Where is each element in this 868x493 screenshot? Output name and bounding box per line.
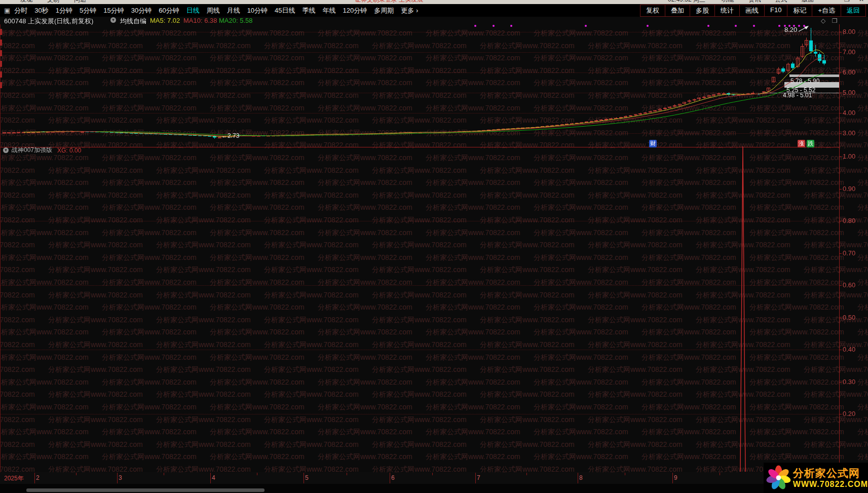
toolbar-button-统计[interactable]: 统计 (714, 5, 740, 17)
month-tick (210, 473, 211, 483)
toolbar-button-叠加[interactable]: 叠加 (665, 5, 690, 17)
mid-month-tick (164, 473, 164, 475)
period-tabs: 分时30秒1分钟5分钟15分钟30分钟60分钟日线周线月线10分钟45日线季线年… (14, 6, 425, 15)
ma-value-label: MA20: 5.58 (219, 17, 253, 24)
sub-indicator-name[interactable]: 战神007加强版 (12, 146, 52, 155)
period-tab-更多 ›[interactable]: 更多 › (401, 6, 418, 15)
kline-chart-canvas[interactable] (0, 0, 868, 493)
menubar-item[interactable]: ✕ (859, 0, 864, 4)
mid-month-tick (76, 473, 77, 475)
time-axis-month: 2 (36, 474, 40, 481)
period-tab-30分钟[interactable]: 30分钟 (131, 6, 152, 15)
menubar-item[interactable]: 交易 (47, 0, 59, 4)
taskbar-handle[interactable] (26, 488, 265, 492)
right-toolbar: 复权叠加多股统计画线F10标记+自选返回 (640, 5, 866, 17)
period-tab-1分钟[interactable]: 1分钟 (56, 6, 72, 15)
period-tab-月线[interactable]: 月线 (227, 6, 240, 15)
ma-value-label: MA10: 6.38 (183, 17, 217, 24)
toolbar-button-复权[interactable]: 复权 (640, 5, 665, 17)
price-axis-label: 8.00 (843, 28, 855, 35)
annotation-gap-range: 5.78 - 5.90 (790, 78, 819, 85)
month-tick (34, 473, 35, 483)
price-axis-label: 5.00 (843, 89, 855, 96)
signal-dot (647, 25, 649, 27)
period-tab-年线[interactable]: 年线 (323, 6, 336, 15)
left-edge-mark (0, 29, 2, 35)
menubar-item[interactable]: 证券交易未登录 上实发展 (355, 0, 423, 4)
signal-dot (798, 25, 800, 27)
period-tab-60分钟[interactable]: 60分钟 (159, 6, 179, 15)
panel-layout-icon[interactable]: ▣ (4, 7, 10, 14)
diamond-icon[interactable]: ◇ (821, 17, 825, 24)
sub-axis-label: 1.00 (843, 153, 855, 160)
menubar-item[interactable]: 发现 (20, 0, 32, 4)
time-axis-month: 3 (119, 474, 122, 481)
period-tab-30秒[interactable]: 30秒 (34, 6, 48, 15)
mid-month-tick (720, 473, 720, 475)
time-axis-year: 2025年 (4, 474, 24, 483)
sub-axis-label: 0.30 (843, 378, 855, 386)
mid-month-tick (526, 473, 527, 475)
period-tab-周线[interactable]: 周线 (207, 6, 220, 15)
price-tick (839, 133, 842, 134)
menubar-item[interactable]: 资讯 (748, 0, 761, 4)
period-tab-5分钟[interactable]: 5分钟 (80, 6, 96, 15)
signal-dot (778, 25, 780, 27)
period-tab-季线[interactable]: 季线 (303, 6, 316, 15)
period-tab-日线[interactable]: 日线 (186, 6, 200, 15)
price-tick (839, 93, 842, 93)
price-tick (839, 32, 842, 32)
toolbar-button-画线[interactable]: 画线 (739, 5, 765, 17)
window-menubar-items: 发现交易问达证券交易未登录 上实发展02:49:52 周三功能资讯公式版面❐✕ (0, 0, 868, 4)
signal-dot (493, 25, 495, 27)
menubar-item[interactable]: ❐ (844, 0, 850, 4)
stock-header-row: 600748 上实发展(日线,前复权) ▾ 均线自编 MA5: 7.02MA10… (0, 17, 868, 24)
window-menubar: 发现交易问达证券交易未登录 上实发展02:49:52 周三功能资讯公式版面❐✕ (0, 0, 868, 4)
month-tick (672, 473, 673, 483)
toolbar-button-+自选[interactable]: +自选 (812, 5, 841, 17)
mid-month-tick (432, 473, 433, 475)
menubar-item[interactable]: 02:49:52 周三 (668, 0, 705, 4)
period-tab-分时[interactable]: 分时 (14, 6, 27, 15)
menubar-item[interactable]: 问达 (74, 0, 86, 4)
price-tick (839, 113, 842, 113)
sub-axis-label: 0.50 (843, 314, 855, 321)
ma-value-label: MA5: 7.02 (150, 17, 180, 24)
sub-indicator-selector-icon[interactable]: ▾ (3, 147, 9, 153)
menubar-item[interactable]: 公式 (775, 0, 787, 4)
time-axis[interactable]: 2025年23456789 (0, 472, 868, 484)
annotation-low-price: ←2.73 (221, 132, 239, 139)
indicator-selector-icon[interactable]: ▾ (110, 17, 116, 23)
period-tab-120分钟[interactable]: 120分钟 (343, 6, 367, 15)
sub-axis-label: 0.20 (843, 410, 855, 418)
left-edge-mark (0, 82, 2, 88)
badge-财[interactable]: 财 (649, 140, 657, 147)
badge-涨[interactable]: 涨 (798, 140, 805, 147)
badge-跌[interactable]: 跌 (807, 140, 814, 147)
sub-tick (839, 414, 842, 414)
ma-indicator-name[interactable]: 均线自编 (120, 17, 146, 26)
sub-tick (839, 189, 842, 189)
menubar-item[interactable]: 版面 (802, 0, 814, 4)
period-tab-45日线[interactable]: 45日线 (275, 6, 295, 15)
signal-dot (585, 25, 587, 27)
sub-tick (839, 350, 842, 350)
toolbar-button-F10[interactable]: F10 (764, 5, 787, 17)
toolbar-button-多股[interactable]: 多股 (690, 5, 715, 17)
mid-month-tick (347, 473, 347, 475)
toolbar-button-返回[interactable]: 返回 (841, 5, 866, 17)
sub-tick (839, 382, 842, 383)
bottom-taskbar-strip (0, 484, 868, 493)
menubar-item[interactable]: 功能 (722, 0, 734, 4)
sub-tick (839, 253, 842, 254)
period-tab-多周期[interactable]: 多周期 (374, 6, 394, 15)
sub-tick (839, 285, 842, 286)
split-window-icon[interactable]: ❒ (832, 17, 838, 24)
sub-axis-label: 0.70 (843, 250, 855, 257)
period-tab-10分钟[interactable]: 10分钟 (247, 6, 268, 15)
toolbar-button-标记[interactable]: 标记 (787, 5, 812, 17)
sub-tick (839, 221, 842, 221)
month-tick (304, 473, 304, 483)
period-toolbar: ▣ 分时30秒1分钟5分钟15分钟30分钟60分钟日线周线月线10分钟45日线季… (0, 4, 868, 17)
period-tab-15分钟[interactable]: 15分钟 (103, 6, 124, 15)
